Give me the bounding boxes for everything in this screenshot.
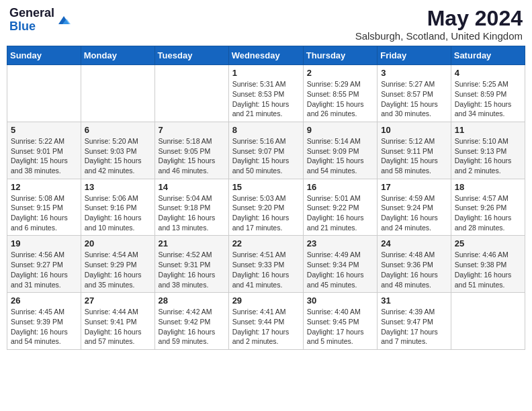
day-number: 18 xyxy=(455,182,521,192)
col-header-monday: Monday xyxy=(81,46,154,65)
calendar-day-14: 14Sunrise: 5:04 AM Sunset: 9:18 PM Dayli… xyxy=(154,179,228,236)
day-info: Sunrise: 5:10 AM Sunset: 9:13 PM Dayligh… xyxy=(455,136,521,176)
day-info: Sunrise: 4:39 AM Sunset: 9:47 PM Dayligh… xyxy=(381,307,447,347)
day-number: 6 xyxy=(85,125,151,135)
day-info: Sunrise: 5:14 AM Sunset: 9:09 PM Dayligh… xyxy=(307,136,373,176)
calendar-week-row: 1Sunrise: 5:31 AM Sunset: 8:53 PM Daylig… xyxy=(7,65,525,122)
calendar-day-8: 8Sunrise: 5:16 AM Sunset: 9:07 PM Daylig… xyxy=(228,122,303,179)
col-header-saturday: Saturday xyxy=(451,46,525,65)
empty-cell xyxy=(7,65,81,122)
day-number: 16 xyxy=(307,182,373,192)
logo: General Blue xyxy=(9,7,72,34)
day-info: Sunrise: 4:57 AM Sunset: 9:26 PM Dayligh… xyxy=(455,193,521,233)
day-number: 10 xyxy=(381,125,447,135)
calendar-week-row: 26Sunrise: 4:45 AM Sunset: 9:39 PM Dayli… xyxy=(7,293,525,350)
day-number: 17 xyxy=(381,182,447,192)
day-number: 31 xyxy=(381,295,447,306)
day-info: Sunrise: 4:42 AM Sunset: 9:42 PM Dayligh… xyxy=(159,307,225,347)
calendar-week-row: 19Sunrise: 4:56 AM Sunset: 9:27 PM Dayli… xyxy=(7,236,525,293)
calendar-day-24: 24Sunrise: 4:48 AM Sunset: 9:36 PM Dayli… xyxy=(378,236,451,293)
calendar-day-21: 21Sunrise: 4:52 AM Sunset: 9:31 PM Dayli… xyxy=(154,236,228,293)
day-number: 13 xyxy=(85,182,151,192)
day-info: Sunrise: 5:16 AM Sunset: 9:07 PM Dayligh… xyxy=(232,136,300,176)
calendar-day-17: 17Sunrise: 4:59 AM Sunset: 9:24 PM Dayli… xyxy=(378,179,451,236)
page-header: General Blue May 2024 Salsburgh, Scotlan… xyxy=(7,7,525,42)
day-info: Sunrise: 5:29 AM Sunset: 8:55 PM Dayligh… xyxy=(307,79,373,119)
calendar-day-30: 30Sunrise: 4:40 AM Sunset: 9:45 PM Dayli… xyxy=(303,293,377,350)
day-number: 2 xyxy=(307,68,373,78)
day-info: Sunrise: 4:54 AM Sunset: 9:29 PM Dayligh… xyxy=(85,250,151,289)
day-info: Sunrise: 5:04 AM Sunset: 9:18 PM Dayligh… xyxy=(159,193,225,233)
day-info: Sunrise: 4:44 AM Sunset: 9:41 PM Dayligh… xyxy=(85,307,151,347)
day-number: 27 xyxy=(85,295,151,306)
calendar-day-3: 3Sunrise: 5:27 AM Sunset: 8:57 PM Daylig… xyxy=(378,65,451,122)
day-number: 5 xyxy=(11,125,77,135)
day-info: Sunrise: 5:22 AM Sunset: 9:01 PM Dayligh… xyxy=(11,136,77,176)
calendar-day-23: 23Sunrise: 4:49 AM Sunset: 9:34 PM Dayli… xyxy=(303,236,377,293)
day-info: Sunrise: 5:08 AM Sunset: 9:15 PM Dayligh… xyxy=(11,193,77,233)
empty-cell xyxy=(451,293,525,350)
col-header-thursday: Thursday xyxy=(303,46,377,65)
day-info: Sunrise: 5:18 AM Sunset: 9:05 PM Dayligh… xyxy=(159,136,225,176)
day-number: 29 xyxy=(232,295,300,306)
calendar-day-5: 5Sunrise: 5:22 AM Sunset: 9:01 PM Daylig… xyxy=(7,122,81,179)
day-info: Sunrise: 4:59 AM Sunset: 9:24 PM Dayligh… xyxy=(381,193,447,233)
calendar-day-2: 2Sunrise: 5:29 AM Sunset: 8:55 PM Daylig… xyxy=(303,65,377,122)
day-info: Sunrise: 5:12 AM Sunset: 9:11 PM Dayligh… xyxy=(381,136,447,176)
day-info: Sunrise: 4:48 AM Sunset: 9:36 PM Dayligh… xyxy=(381,250,447,289)
day-info: Sunrise: 4:40 AM Sunset: 9:45 PM Dayligh… xyxy=(307,307,373,347)
day-info: Sunrise: 5:01 AM Sunset: 9:22 PM Dayligh… xyxy=(307,193,373,233)
day-number: 19 xyxy=(11,238,77,248)
day-number: 30 xyxy=(307,295,373,306)
day-number: 4 xyxy=(455,68,521,78)
calendar-day-1: 1Sunrise: 5:31 AM Sunset: 8:53 PM Daylig… xyxy=(228,65,303,122)
logo-general-text: General xyxy=(9,6,54,19)
day-info: Sunrise: 5:06 AM Sunset: 9:16 PM Dayligh… xyxy=(85,193,151,233)
day-number: 7 xyxy=(159,125,225,135)
calendar-day-28: 28Sunrise: 4:42 AM Sunset: 9:42 PM Dayli… xyxy=(154,293,228,350)
calendar-day-16: 16Sunrise: 5:01 AM Sunset: 9:22 PM Dayli… xyxy=(303,179,377,236)
calendar-day-15: 15Sunrise: 5:03 AM Sunset: 9:20 PM Dayli… xyxy=(228,179,303,236)
logo-blue-text: Blue xyxy=(9,19,36,33)
empty-cell xyxy=(154,65,228,122)
calendar-day-18: 18Sunrise: 4:57 AM Sunset: 9:26 PM Dayli… xyxy=(451,179,525,236)
day-info: Sunrise: 5:25 AM Sunset: 8:59 PM Dayligh… xyxy=(455,79,521,119)
day-info: Sunrise: 4:51 AM Sunset: 9:33 PM Dayligh… xyxy=(232,250,300,289)
day-number: 28 xyxy=(159,295,225,306)
day-info: Sunrise: 5:27 AM Sunset: 8:57 PM Dayligh… xyxy=(381,79,447,119)
day-info: Sunrise: 4:56 AM Sunset: 9:27 PM Dayligh… xyxy=(11,250,77,289)
title-block: May 2024 Salsburgh, Scotland, United Kin… xyxy=(355,7,523,42)
day-number: 14 xyxy=(159,182,225,192)
day-number: 3 xyxy=(381,68,447,78)
location-text: Salsburgh, Scotland, United Kingdom xyxy=(355,30,523,42)
day-number: 22 xyxy=(232,238,300,248)
day-number: 9 xyxy=(307,125,373,135)
col-header-sunday: Sunday xyxy=(7,46,81,65)
calendar-day-27: 27Sunrise: 4:44 AM Sunset: 9:41 PM Dayli… xyxy=(81,293,154,350)
calendar-day-12: 12Sunrise: 5:08 AM Sunset: 9:15 PM Dayli… xyxy=(7,179,81,236)
calendar-day-22: 22Sunrise: 4:51 AM Sunset: 9:33 PM Dayli… xyxy=(228,236,303,293)
day-number: 8 xyxy=(232,125,300,135)
day-info: Sunrise: 5:20 AM Sunset: 9:03 PM Dayligh… xyxy=(85,136,151,176)
calendar-day-13: 13Sunrise: 5:06 AM Sunset: 9:16 PM Dayli… xyxy=(81,179,154,236)
day-number: 24 xyxy=(381,238,447,248)
calendar-day-4: 4Sunrise: 5:25 AM Sunset: 8:59 PM Daylig… xyxy=(451,65,525,122)
day-info: Sunrise: 5:31 AM Sunset: 8:53 PM Dayligh… xyxy=(232,79,300,119)
calendar-day-7: 7Sunrise: 5:18 AM Sunset: 9:05 PM Daylig… xyxy=(154,122,228,179)
day-number: 1 xyxy=(232,68,300,78)
day-number: 23 xyxy=(307,238,373,248)
day-info: Sunrise: 4:52 AM Sunset: 9:31 PM Dayligh… xyxy=(159,250,225,289)
calendar-day-9: 9Sunrise: 5:14 AM Sunset: 9:09 PM Daylig… xyxy=(303,122,377,179)
calendar-day-31: 31Sunrise: 4:39 AM Sunset: 9:47 PM Dayli… xyxy=(378,293,451,350)
col-header-tuesday: Tuesday xyxy=(154,46,228,65)
day-info: Sunrise: 4:45 AM Sunset: 9:39 PM Dayligh… xyxy=(11,307,77,347)
day-info: Sunrise: 4:41 AM Sunset: 9:44 PM Dayligh… xyxy=(232,307,300,347)
calendar-week-row: 12Sunrise: 5:08 AM Sunset: 9:15 PM Dayli… xyxy=(7,179,525,236)
day-number: 25 xyxy=(455,238,521,248)
col-header-friday: Friday xyxy=(378,46,451,65)
month-year-title: May 2024 xyxy=(355,7,523,30)
empty-cell xyxy=(81,65,154,122)
day-info: Sunrise: 5:03 AM Sunset: 9:20 PM Dayligh… xyxy=(232,193,300,233)
calendar-day-20: 20Sunrise: 4:54 AM Sunset: 9:29 PM Dayli… xyxy=(81,236,154,293)
day-info: Sunrise: 4:49 AM Sunset: 9:34 PM Dayligh… xyxy=(307,250,373,289)
